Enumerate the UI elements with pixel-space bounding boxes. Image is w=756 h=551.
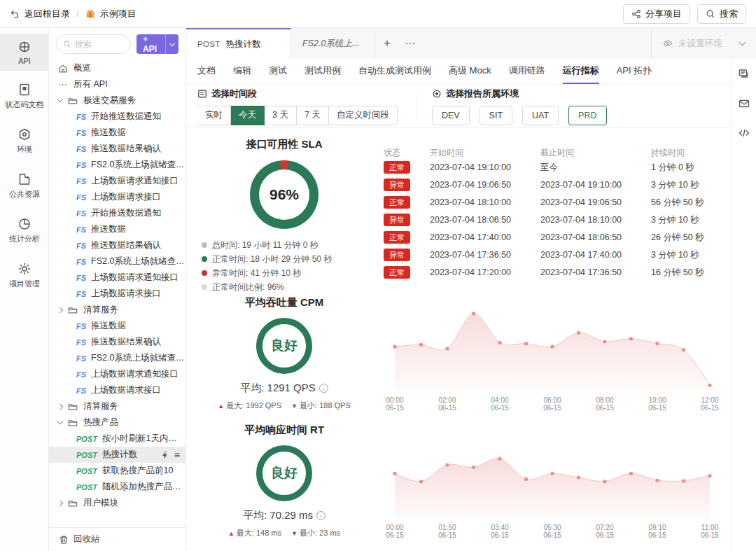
sub-tab[interactable]: 高级 Mock: [449, 59, 491, 84]
sub-tab[interactable]: API 拓扑: [617, 59, 652, 84]
tree-item[interactable]: 概览: [49, 60, 186, 76]
expand-arrow-icon[interactable]: [57, 500, 63, 505]
rail-item[interactable]: 状态码文档: [0, 76, 49, 116]
method-tag: FS: [76, 322, 86, 330]
legend-item: 异常时间: 41 分钟 10 秒: [202, 266, 332, 280]
tree-item[interactable]: POST 按小时刷新1天内、1...: [49, 431, 186, 447]
share-project-button[interactable]: 分享项目: [623, 4, 690, 24]
rail-item[interactable]: 公共资源: [0, 166, 49, 205]
all-api-icon: ⋯: [58, 79, 69, 90]
tree-item[interactable]: POST 随机添加热搜产品（3...: [49, 479, 186, 495]
sub-tab[interactable]: 测试用例: [304, 59, 341, 84]
tree-item[interactable]: FS FS2.0系统上场就绪查询接口: [49, 253, 186, 270]
tree-item[interactable]: 清算服务: [49, 302, 186, 318]
sub-tab[interactable]: 文档: [197, 59, 216, 84]
rt-average: 平均: 70.29 ms: [243, 509, 313, 522]
tree-item[interactable]: FS 推送数据结果确认: [49, 141, 186, 157]
time-option-button[interactable]: 自定义时间段: [329, 106, 398, 125]
expand-arrow-icon[interactable]: [57, 307, 63, 312]
breadcrumb-separator: /: [76, 8, 79, 19]
tree-item[interactable]: FS 开始推送数据通知: [49, 109, 186, 125]
svg-text:06-15: 06-15: [596, 404, 614, 412]
expand-arrow-icon[interactable]: [57, 419, 63, 424]
folder-icon: [68, 498, 79, 508]
tree-item[interactable]: POST 获取热搜产品前10: [49, 463, 186, 479]
global-search-button[interactable]: 搜索: [697, 4, 746, 24]
tab-hot-search-count[interactable]: POST 热搜计数: [186, 28, 291, 59]
add-api-dropdown[interactable]: [165, 34, 178, 54]
tree-search-input[interactable]: [75, 39, 124, 49]
project-name[interactable]: 示例项目: [100, 8, 136, 20]
tree-item-label: 按小时刷新1天内、1...: [102, 433, 186, 445]
environment-selector[interactable]: 未设置环境: [651, 28, 756, 59]
tree-item[interactable]: FS FS2.0系统上场就绪查询接口: [49, 350, 186, 366]
tree-item[interactable]: FS 推送数据: [49, 125, 186, 141]
item-menu-icon[interactable]: ≡: [174, 450, 180, 460]
info-icon[interactable]: i: [316, 511, 326, 520]
method-tag: FS: [76, 209, 86, 218]
svg-text:06-15: 06-15: [491, 531, 509, 539]
tree-item[interactable]: 极速交易服务: [49, 92, 186, 109]
tree-item[interactable]: FS 上场数据请求通知接口: [49, 270, 186, 286]
tree-item[interactable]: FS 推送数据结果确认: [49, 334, 186, 350]
module-rail: API 状态码文档 环境 公共资源 统计分析: [0, 28, 49, 551]
tree-item[interactable]: FS 上场数据请求接口: [49, 189, 186, 205]
tab-fs2[interactable]: FS2.0系统上...: [291, 28, 375, 59]
rail-item-label: 统计分析: [9, 234, 40, 244]
expand-arrow-icon[interactable]: [57, 97, 63, 102]
env-option-button[interactable]: UAT: [522, 106, 559, 125]
back-icon[interactable]: [10, 9, 20, 19]
rail-item[interactable]: 统计分析: [0, 211, 49, 250]
sub-tab[interactable]: 编辑: [233, 59, 251, 84]
cpm-average: 平均: 1291 QPS: [240, 382, 316, 395]
rail-item[interactable]: 环境: [0, 121, 49, 160]
tree-item[interactable]: FS 推送数据结果确认: [49, 237, 186, 253]
tree-item-label: 推送数据: [91, 127, 126, 139]
code-icon[interactable]: [738, 127, 750, 139]
tree-item[interactable]: FS 开始推送数据通知: [49, 205, 186, 221]
back-to-root[interactable]: 返回根目录: [24, 8, 70, 20]
tree-item[interactable]: ⋯ 所有 API: [49, 76, 186, 92]
env-option-button[interactable]: PRD: [568, 106, 606, 125]
time-option-button[interactable]: 7 天: [297, 106, 329, 125]
svg-text:06:00: 06:00: [543, 396, 561, 404]
time-option-button[interactable]: 实时: [197, 106, 231, 125]
tree-item[interactable]: POST 热搜计数 ≡: [49, 447, 186, 463]
tree-item[interactable]: 用户模块: [49, 495, 186, 511]
sub-tab[interactable]: 自动生成测试用例: [358, 59, 431, 84]
sub-tab[interactable]: 调用链路: [509, 59, 545, 84]
tree-item[interactable]: FS 推送数据: [49, 318, 186, 334]
time-option-button[interactable]: 今天: [231, 106, 265, 125]
env-option-button[interactable]: SIT: [479, 106, 512, 125]
tab-more-button[interactable]: ⋯: [399, 28, 421, 59]
tree-item[interactable]: 清算服务: [49, 398, 186, 414]
quick-request-icon[interactable]: [161, 451, 169, 459]
svg-text:06-15: 06-15: [491, 404, 509, 412]
svg-text:06-15: 06-15: [701, 531, 719, 539]
tree-item[interactable]: FS 上场数据请求接口: [49, 382, 186, 398]
tree-item[interactable]: FS 上场数据请求通知接口: [49, 366, 186, 382]
time-option-button[interactable]: 3 天: [265, 106, 297, 125]
tree-item[interactable]: FS 上场数据请求通知接口: [49, 173, 186, 189]
mail-icon[interactable]: [738, 98, 750, 109]
expand-arrow-icon[interactable]: [57, 403, 63, 409]
env-option-button[interactable]: DEV: [432, 106, 470, 125]
trash-icon: [59, 535, 69, 545]
tree-search[interactable]: [56, 34, 131, 54]
rail-item[interactable]: API: [0, 34, 49, 71]
feedback-icon[interactable]: [738, 69, 750, 80]
status-badge: 正常: [384, 196, 410, 209]
tree-item[interactable]: 热搜产品: [49, 414, 186, 431]
sub-tab[interactable]: 测试: [269, 59, 287, 84]
tree-item[interactable]: FS 推送数据: [49, 221, 186, 237]
tree-item-label: 上场数据请求通知接口: [91, 175, 178, 187]
new-tab-button[interactable]: +: [375, 28, 399, 59]
tree-item[interactable]: FS 上场数据请求接口: [49, 286, 186, 302]
tree-item[interactable]: FS FS2.0系统上场就绪查询接口: [49, 157, 186, 173]
rail-item[interactable]: 项目管理: [0, 256, 49, 295]
info-icon[interactable]: i: [319, 384, 328, 393]
sub-tab[interactable]: 运行指标: [563, 59, 599, 84]
add-api-button[interactable]: + API: [136, 34, 178, 54]
recycle-bin[interactable]: 回收站: [49, 527, 186, 551]
min-down-icon: ▼: [291, 530, 298, 537]
